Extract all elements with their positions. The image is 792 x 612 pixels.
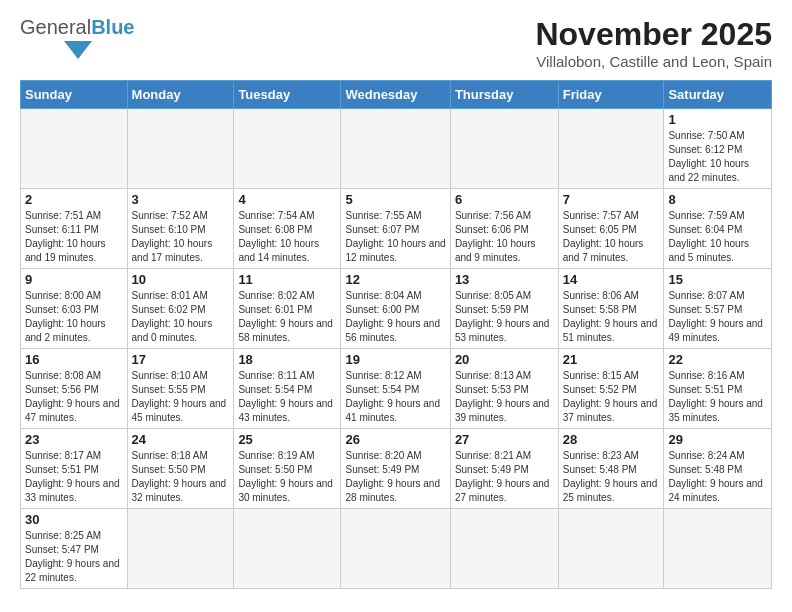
day-info: Sunrise: 8:19 AM Sunset: 5:50 PM Dayligh…	[238, 449, 336, 505]
calendar-cell: 23Sunrise: 8:17 AM Sunset: 5:51 PM Dayli…	[21, 429, 128, 509]
day-info: Sunrise: 8:05 AM Sunset: 5:59 PM Dayligh…	[455, 289, 554, 345]
calendar-cell: 30Sunrise: 8:25 AM Sunset: 5:47 PM Dayli…	[21, 509, 128, 589]
day-number: 3	[132, 192, 230, 207]
day-info: Sunrise: 7:55 AM Sunset: 6:07 PM Dayligh…	[345, 209, 445, 265]
day-number: 30	[25, 512, 123, 527]
calendar-cell: 20Sunrise: 8:13 AM Sunset: 5:53 PM Dayli…	[450, 349, 558, 429]
day-info: Sunrise: 8:25 AM Sunset: 5:47 PM Dayligh…	[25, 529, 123, 585]
day-number: 13	[455, 272, 554, 287]
day-info: Sunrise: 7:52 AM Sunset: 6:10 PM Dayligh…	[132, 209, 230, 265]
day-info: Sunrise: 8:04 AM Sunset: 6:00 PM Dayligh…	[345, 289, 445, 345]
calendar-cell	[558, 109, 664, 189]
calendar-cell: 3Sunrise: 7:52 AM Sunset: 6:10 PM Daylig…	[127, 189, 234, 269]
calendar-cell: 27Sunrise: 8:21 AM Sunset: 5:49 PM Dayli…	[450, 429, 558, 509]
calendar-cell: 8Sunrise: 7:59 AM Sunset: 6:04 PM Daylig…	[664, 189, 772, 269]
calendar-cell	[450, 109, 558, 189]
subtitle: Villalobon, Castille and Leon, Spain	[535, 53, 772, 70]
weekday-header: Thursday	[450, 81, 558, 109]
calendar-cell: 18Sunrise: 8:11 AM Sunset: 5:54 PM Dayli…	[234, 349, 341, 429]
day-info: Sunrise: 7:50 AM Sunset: 6:12 PM Dayligh…	[668, 129, 767, 185]
calendar-cell: 11Sunrise: 8:02 AM Sunset: 6:01 PM Dayli…	[234, 269, 341, 349]
calendar-week-row: 30Sunrise: 8:25 AM Sunset: 5:47 PM Dayli…	[21, 509, 772, 589]
calendar-week-row: 9Sunrise: 8:00 AM Sunset: 6:03 PM Daylig…	[21, 269, 772, 349]
day-info: Sunrise: 8:12 AM Sunset: 5:54 PM Dayligh…	[345, 369, 445, 425]
weekday-header: Wednesday	[341, 81, 450, 109]
weekday-header: Tuesday	[234, 81, 341, 109]
day-info: Sunrise: 8:18 AM Sunset: 5:50 PM Dayligh…	[132, 449, 230, 505]
day-number: 10	[132, 272, 230, 287]
calendar-cell	[450, 509, 558, 589]
day-number: 24	[132, 432, 230, 447]
calendar-cell: 9Sunrise: 8:00 AM Sunset: 6:03 PM Daylig…	[21, 269, 128, 349]
calendar-cell: 29Sunrise: 8:24 AM Sunset: 5:48 PM Dayli…	[664, 429, 772, 509]
day-number: 28	[563, 432, 660, 447]
calendar-cell	[341, 509, 450, 589]
calendar-cell: 13Sunrise: 8:05 AM Sunset: 5:59 PM Dayli…	[450, 269, 558, 349]
logo-blue: Blue	[91, 16, 134, 39]
calendar-cell: 6Sunrise: 7:56 AM Sunset: 6:06 PM Daylig…	[450, 189, 558, 269]
weekday-header: Sunday	[21, 81, 128, 109]
calendar-cell	[234, 109, 341, 189]
day-number: 16	[25, 352, 123, 367]
day-info: Sunrise: 8:17 AM Sunset: 5:51 PM Dayligh…	[25, 449, 123, 505]
calendar-week-row: 2Sunrise: 7:51 AM Sunset: 6:11 PM Daylig…	[21, 189, 772, 269]
day-number: 22	[668, 352, 767, 367]
day-number: 26	[345, 432, 445, 447]
day-info: Sunrise: 8:00 AM Sunset: 6:03 PM Dayligh…	[25, 289, 123, 345]
calendar-cell: 26Sunrise: 8:20 AM Sunset: 5:49 PM Dayli…	[341, 429, 450, 509]
calendar-week-row: 1Sunrise: 7:50 AM Sunset: 6:12 PM Daylig…	[21, 109, 772, 189]
calendar-cell: 17Sunrise: 8:10 AM Sunset: 5:55 PM Dayli…	[127, 349, 234, 429]
day-info: Sunrise: 7:57 AM Sunset: 6:05 PM Dayligh…	[563, 209, 660, 265]
page: GeneralBlue November 2025 Villalobon, Ca…	[0, 0, 792, 599]
day-number: 27	[455, 432, 554, 447]
calendar-cell: 1Sunrise: 7:50 AM Sunset: 6:12 PM Daylig…	[664, 109, 772, 189]
calendar-cell: 2Sunrise: 7:51 AM Sunset: 6:11 PM Daylig…	[21, 189, 128, 269]
calendar-cell: 24Sunrise: 8:18 AM Sunset: 5:50 PM Dayli…	[127, 429, 234, 509]
calendar-header-row: SundayMondayTuesdayWednesdayThursdayFrid…	[21, 81, 772, 109]
logo-arrow-icon	[64, 41, 92, 59]
day-number: 23	[25, 432, 123, 447]
day-number: 17	[132, 352, 230, 367]
calendar-cell: 14Sunrise: 8:06 AM Sunset: 5:58 PM Dayli…	[558, 269, 664, 349]
weekday-header: Saturday	[664, 81, 772, 109]
calendar-cell: 15Sunrise: 8:07 AM Sunset: 5:57 PM Dayli…	[664, 269, 772, 349]
day-number: 19	[345, 352, 445, 367]
day-number: 12	[345, 272, 445, 287]
calendar-cell: 16Sunrise: 8:08 AM Sunset: 5:56 PM Dayli…	[21, 349, 128, 429]
day-number: 14	[563, 272, 660, 287]
day-info: Sunrise: 8:08 AM Sunset: 5:56 PM Dayligh…	[25, 369, 123, 425]
calendar-cell	[127, 109, 234, 189]
day-number: 18	[238, 352, 336, 367]
day-number: 2	[25, 192, 123, 207]
calendar-cell	[127, 509, 234, 589]
day-info: Sunrise: 8:23 AM Sunset: 5:48 PM Dayligh…	[563, 449, 660, 505]
day-info: Sunrise: 8:11 AM Sunset: 5:54 PM Dayligh…	[238, 369, 336, 425]
day-info: Sunrise: 8:02 AM Sunset: 6:01 PM Dayligh…	[238, 289, 336, 345]
weekday-header: Friday	[558, 81, 664, 109]
calendar-cell	[21, 109, 128, 189]
header: GeneralBlue November 2025 Villalobon, Ca…	[20, 16, 772, 70]
calendar-cell: 22Sunrise: 8:16 AM Sunset: 5:51 PM Dayli…	[664, 349, 772, 429]
day-info: Sunrise: 8:10 AM Sunset: 5:55 PM Dayligh…	[132, 369, 230, 425]
calendar-cell: 19Sunrise: 8:12 AM Sunset: 5:54 PM Dayli…	[341, 349, 450, 429]
calendar-cell: 7Sunrise: 7:57 AM Sunset: 6:05 PM Daylig…	[558, 189, 664, 269]
day-number: 20	[455, 352, 554, 367]
day-number: 8	[668, 192, 767, 207]
calendar-cell: 12Sunrise: 8:04 AM Sunset: 6:00 PM Dayli…	[341, 269, 450, 349]
day-info: Sunrise: 7:59 AM Sunset: 6:04 PM Dayligh…	[668, 209, 767, 265]
calendar-cell	[558, 509, 664, 589]
day-info: Sunrise: 8:07 AM Sunset: 5:57 PM Dayligh…	[668, 289, 767, 345]
logo-general: General	[20, 16, 91, 39]
calendar-week-row: 23Sunrise: 8:17 AM Sunset: 5:51 PM Dayli…	[21, 429, 772, 509]
day-info: Sunrise: 8:15 AM Sunset: 5:52 PM Dayligh…	[563, 369, 660, 425]
calendar-cell: 5Sunrise: 7:55 AM Sunset: 6:07 PM Daylig…	[341, 189, 450, 269]
calendar-cell: 25Sunrise: 8:19 AM Sunset: 5:50 PM Dayli…	[234, 429, 341, 509]
title-area: November 2025 Villalobon, Castille and L…	[535, 16, 772, 70]
day-number: 21	[563, 352, 660, 367]
day-info: Sunrise: 8:24 AM Sunset: 5:48 PM Dayligh…	[668, 449, 767, 505]
day-info: Sunrise: 8:16 AM Sunset: 5:51 PM Dayligh…	[668, 369, 767, 425]
day-info: Sunrise: 8:21 AM Sunset: 5:49 PM Dayligh…	[455, 449, 554, 505]
calendar-cell	[234, 509, 341, 589]
day-number: 11	[238, 272, 336, 287]
logo-area: GeneralBlue	[20, 16, 135, 59]
